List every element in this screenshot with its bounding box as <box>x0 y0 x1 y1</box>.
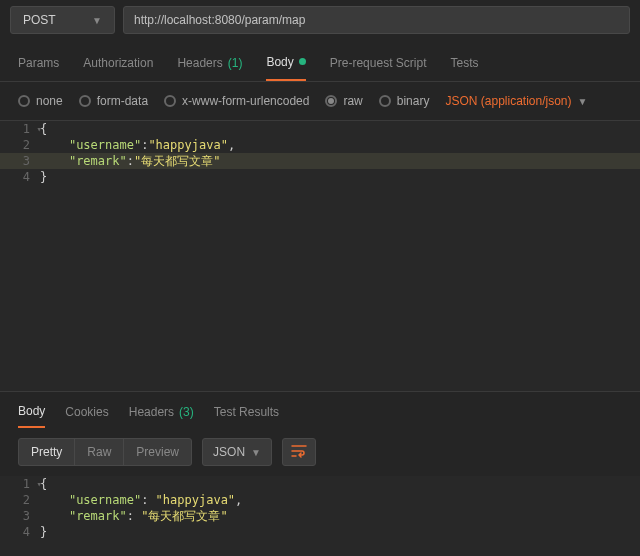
response-controls: Pretty Raw Preview JSON ▼ <box>0 428 640 476</box>
radio-none[interactable]: none <box>18 94 63 108</box>
view-raw[interactable]: Raw <box>74 439 123 465</box>
fold-marker-icon[interactable]: ▾ <box>37 476 42 492</box>
rtab-body[interactable]: Body <box>18 404 45 428</box>
rtab-test-results[interactable]: Test Results <box>214 404 279 428</box>
request-body-editor[interactable]: 1▾{2 "username":"happyjava",3 "remark":"… <box>0 121 640 391</box>
code-line: 2 "username": "happyjava", <box>0 492 640 508</box>
radio-icon <box>18 95 30 107</box>
chevron-down-icon: ▼ <box>578 96 588 107</box>
method-select[interactable]: POST ▼ <box>10 6 115 34</box>
radio-icon <box>79 95 91 107</box>
radio-checked-icon <box>325 95 337 107</box>
rtab-cookies[interactable]: Cookies <box>65 404 108 428</box>
tab-params[interactable]: Params <box>18 54 59 81</box>
view-mode-group: Pretty Raw Preview <box>18 438 192 466</box>
chevron-down-icon: ▼ <box>251 447 261 458</box>
tab-authorization[interactable]: Authorization <box>83 54 153 81</box>
wrap-lines-button[interactable] <box>282 438 316 466</box>
code-line: 3 "remark":"每天都写文章" <box>0 153 640 169</box>
chevron-down-icon: ▼ <box>92 15 102 26</box>
view-pretty[interactable]: Pretty <box>19 439 74 465</box>
response-body-viewer[interactable]: 1▾{2 "username": "happyjava",3 "remark":… <box>0 476 640 556</box>
view-preview[interactable]: Preview <box>123 439 191 465</box>
tab-tests[interactable]: Tests <box>450 54 478 81</box>
body-type-row: none form-data x-www-form-urlencoded raw… <box>0 82 640 121</box>
code-line: 1▾{ <box>0 121 640 137</box>
radio-icon <box>164 95 176 107</box>
code-line: 4} <box>0 524 640 540</box>
request-tabs: Params Authorization Headers (1) Body Pr… <box>0 40 640 82</box>
tab-body[interactable]: Body <box>266 54 305 81</box>
headers-count: (1) <box>228 56 243 70</box>
content-type-select[interactable]: JSON (application/json) ▼ <box>445 94 587 108</box>
radio-urlencoded[interactable]: x-www-form-urlencoded <box>164 94 309 108</box>
fold-marker-icon[interactable]: ▾ <box>37 121 42 137</box>
response-tabs: Body Cookies Headers (3) Test Results <box>0 392 640 428</box>
tab-prerequest[interactable]: Pre-request Script <box>330 54 427 81</box>
rtab-headers[interactable]: Headers (3) <box>129 404 194 428</box>
method-label: POST <box>23 13 56 27</box>
code-line: 3 "remark": "每天都写文章" <box>0 508 640 524</box>
code-line: 4} <box>0 169 640 185</box>
response-headers-count: (3) <box>179 405 194 419</box>
format-select[interactable]: JSON ▼ <box>202 438 272 466</box>
radio-icon <box>379 95 391 107</box>
tab-headers[interactable]: Headers (1) <box>177 54 242 81</box>
code-line: 2 "username":"happyjava", <box>0 137 640 153</box>
url-input[interactable]: http://localhost:8080/param/map <box>123 6 630 34</box>
radio-raw[interactable]: raw <box>325 94 362 108</box>
modified-dot-icon <box>299 58 306 65</box>
code-line: 1▾{ <box>0 476 640 492</box>
radio-binary[interactable]: binary <box>379 94 430 108</box>
response-section: Body Cookies Headers (3) Test Results Pr… <box>0 391 640 556</box>
wrap-icon <box>291 444 307 460</box>
radio-form-data[interactable]: form-data <box>79 94 148 108</box>
